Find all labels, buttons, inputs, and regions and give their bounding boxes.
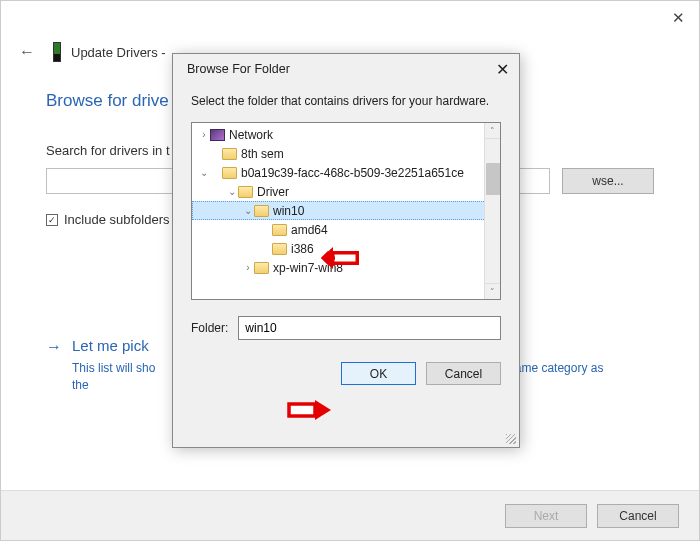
include-subfolders-checkbox[interactable]: ✓ xyxy=(46,214,58,226)
expander-icon[interactable]: › xyxy=(242,262,254,273)
expander-icon[interactable]: › xyxy=(198,129,210,140)
drive-icon xyxy=(53,42,61,62)
next-button[interactable]: Next xyxy=(505,504,587,528)
expander-icon[interactable]: ⌄ xyxy=(226,186,238,197)
folder-name-input[interactable] xyxy=(238,316,501,340)
folder-icon xyxy=(272,243,287,255)
folder-icon xyxy=(222,148,237,160)
arrow-right-icon: → xyxy=(46,338,62,356)
folder-icon xyxy=(222,167,237,179)
dialog-instruction: Select the folder that contains drivers … xyxy=(173,84,519,122)
folder-icon xyxy=(238,186,253,198)
network-icon xyxy=(210,129,225,141)
browse-button[interactable]: wse... xyxy=(562,168,654,194)
svg-rect-0 xyxy=(333,253,357,263)
back-arrow-icon[interactable]: ← xyxy=(11,39,43,65)
tree-item-amd64[interactable]: amd64 xyxy=(192,220,500,239)
ok-button[interactable]: OK xyxy=(341,362,416,385)
wizard-title: Update Drivers - xyxy=(71,45,166,60)
folder-icon xyxy=(272,224,287,236)
tree-scrollbar[interactable]: ˄ ˅ xyxy=(484,123,500,299)
close-icon[interactable]: ✕ xyxy=(672,9,685,27)
scroll-up-icon[interactable]: ˄ xyxy=(485,123,500,139)
tree-item-8th-sem[interactable]: 8th sem xyxy=(192,144,500,163)
dialog-title: Browse For Folder xyxy=(187,62,290,76)
folder-field-label: Folder: xyxy=(191,321,228,335)
wizard-cancel-button[interactable]: Cancel xyxy=(597,504,679,528)
resize-grip-icon[interactable] xyxy=(506,434,516,444)
scroll-thumb[interactable] xyxy=(486,163,500,195)
svg-rect-1 xyxy=(289,404,315,416)
wizard-footer: Next Cancel xyxy=(1,490,699,540)
dialog-cancel-button[interactable]: Cancel xyxy=(426,362,501,385)
annotation-arrow-icon xyxy=(321,247,361,269)
expander-icon[interactable]: ⌄ xyxy=(198,167,210,178)
scroll-down-icon[interactable]: ˅ xyxy=(485,283,500,299)
folder-tree[interactable]: › Network 8th sem ⌄ b0a19c39-facc-468c-b… xyxy=(191,122,501,300)
folder-icon xyxy=(254,205,269,217)
tree-item-win10[interactable]: ⌄ win10 xyxy=(192,201,500,220)
tree-item-guid[interactable]: ⌄ b0a19c39-facc-468c-b509-3e2251a651ce xyxy=(192,163,500,182)
include-subfolders-label: Include subfolders xyxy=(64,212,170,227)
tree-item-driver[interactable]: ⌄ Driver xyxy=(192,182,500,201)
tree-item-network[interactable]: › Network xyxy=(192,125,500,144)
expander-icon[interactable]: ⌄ xyxy=(242,205,254,216)
pick-driver-link[interactable]: Let me pick xyxy=(72,337,149,354)
dialog-close-icon[interactable]: ✕ xyxy=(496,60,509,79)
annotation-arrow-icon xyxy=(287,398,331,422)
folder-icon xyxy=(254,262,269,274)
